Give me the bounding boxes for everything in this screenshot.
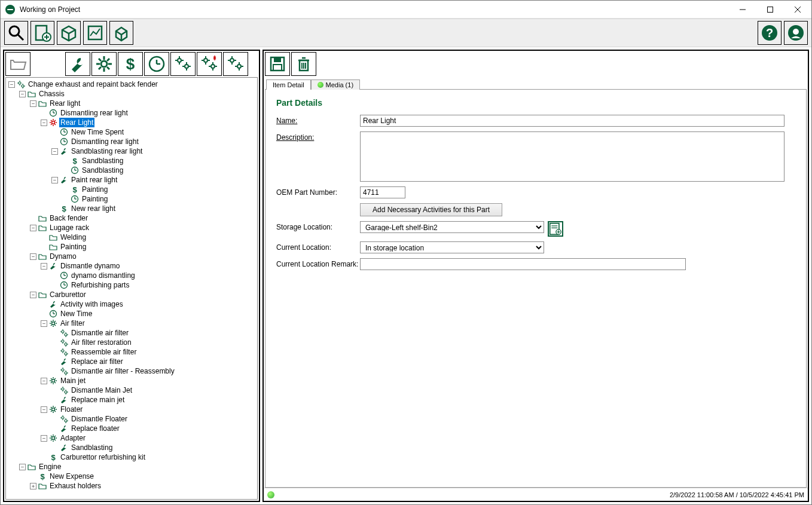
search-button[interactable] [4, 21, 28, 45]
save-button[interactable] [265, 52, 290, 76]
gears-icon [59, 338, 69, 347]
new-doc-button[interactable] [30, 21, 54, 45]
storage-location-select[interactable]: Garage-Left shelf-Bin2 [360, 221, 544, 233]
expander-icon[interactable]: − [19, 464, 26, 470]
tab-item-detail[interactable]: Item Detail [266, 79, 311, 90]
name-field[interactable] [360, 115, 784, 127]
wrench-icon [59, 443, 69, 452]
gears-icon [59, 328, 69, 338]
tree-item[interactable]: Dismantle Floater [70, 414, 129, 424]
expander-icon[interactable]: − [30, 292, 36, 298]
tree-item[interactable]: Painting [81, 194, 109, 204]
tree-item[interactable]: Dismantle dynamo [59, 261, 121, 271]
tree-item-selected[interactable]: Rear Light [59, 118, 94, 127]
tree-item[interactable]: Sandblasting [81, 156, 124, 166]
tree-item[interactable]: Sandblasting rear light [70, 146, 144, 156]
tree-item[interactable]: Main jet [59, 376, 87, 385]
tree-item[interactable]: Painting [81, 185, 109, 194]
add-activity-button[interactable] [65, 52, 90, 76]
expander-icon[interactable]: − [41, 120, 47, 126]
tree-item[interactable]: Refurbishing parts [70, 280, 130, 290]
current-location-select[interactable]: In storage location [360, 241, 544, 253]
current-remark-field[interactable] [360, 258, 686, 270]
content-area: −Change exhaust and repaint back fender … [1, 47, 811, 504]
expander-icon[interactable]: − [41, 435, 47, 442]
tree-item[interactable]: Air filter [59, 319, 86, 328]
expander-icon[interactable]: − [41, 263, 47, 270]
open-folder-button[interactable] [5, 52, 30, 76]
tree-item[interactable]: Sandblasting [81, 166, 124, 175]
maximize-button[interactable] [756, 1, 784, 19]
project-tree[interactable]: −Change exhaust and repaint back fender … [6, 78, 257, 492]
expander-icon[interactable]: − [30, 225, 36, 231]
tree-panel: −Change exhaust and repaint back fender … [3, 50, 260, 502]
tree-item[interactable]: Engine [38, 462, 62, 472]
tree-item[interactable]: Activity with images [59, 299, 124, 309]
tree-item[interactable]: New rear light [70, 204, 117, 213]
tree-item[interactable]: Dynamo [48, 252, 78, 261]
package-button[interactable] [57, 21, 81, 45]
oem-field[interactable] [360, 186, 405, 198]
tree-item[interactable]: Adapter [59, 433, 87, 443]
tree-item[interactable]: Lugage rack [48, 223, 90, 232]
add-location-button[interactable] [548, 221, 563, 237]
tree-item[interactable]: Dismantling rear light [59, 108, 129, 118]
tree-item[interactable]: Carburettor [48, 290, 87, 299]
tree-item[interactable]: Reassemble air filter [70, 347, 138, 357]
tree-item[interactable]: Dismantle Main Jet [70, 385, 133, 395]
minimize-button[interactable] [729, 1, 756, 19]
expander-icon[interactable]: − [41, 406, 47, 413]
add-activities-button[interactable]: Add Necessary Activities for this Part [360, 203, 502, 216]
tree-item[interactable]: Dismantle air filter [70, 328, 130, 338]
add-part-button[interactable] [91, 52, 117, 76]
add-subassembly-button[interactable] [223, 52, 248, 76]
tree-item[interactable]: Sandblasting [70, 443, 114, 452]
add-assembly-button[interactable] [170, 52, 196, 76]
tree-item[interactable]: New Expense [48, 472, 95, 481]
tab-media[interactable]: Media (1) [311, 79, 360, 90]
expander-icon[interactable]: − [30, 100, 36, 107]
tree-item[interactable]: New Time Spent [70, 127, 125, 137]
add-time-button[interactable] [144, 52, 169, 76]
expander-icon[interactable]: − [51, 177, 58, 183]
support-button[interactable] [784, 21, 808, 45]
expander-icon[interactable]: − [41, 378, 47, 384]
tree-item[interactable]: Carburettor refurbishing kit [59, 452, 146, 462]
dollar-icon [70, 156, 80, 166]
expander-icon[interactable]: − [51, 148, 58, 155]
tree-item[interactable]: dynamo dismantling [70, 271, 136, 280]
description-field[interactable] [360, 131, 784, 182]
help-button[interactable] [758, 21, 782, 45]
project-tree-scroll[interactable]: −Change exhaust and repaint back fender … [6, 78, 257, 499]
tree-item[interactable]: Replace floater [70, 424, 121, 433]
expander-icon[interactable]: + [30, 483, 36, 489]
tree-item[interactable]: Replace air filter [70, 357, 124, 366]
tree-item[interactable]: Replace main jet [70, 395, 126, 405]
export-button[interactable] [109, 21, 133, 45]
tree-item[interactable]: Chassis [38, 89, 66, 99]
expander-icon[interactable]: − [19, 91, 26, 97]
expander-icon[interactable]: − [41, 320, 47, 327]
expander-icon[interactable]: − [30, 253, 36, 260]
tree-item[interactable]: Dismantle air filter - Reassembly [70, 366, 176, 376]
tree-item[interactable]: Back fender [48, 213, 89, 223]
tree-item[interactable]: Change exhaust and repaint back fender [27, 79, 159, 89]
tree-item[interactable]: New Time [59, 309, 93, 319]
expander-icon[interactable]: − [8, 81, 15, 88]
report-button[interactable] [83, 21, 107, 45]
wrench-icon [59, 357, 69, 366]
dollar-icon [70, 185, 80, 194]
tree-item[interactable]: Painting [59, 242, 87, 252]
tree-item[interactable]: Welding [59, 232, 87, 242]
add-expense-button[interactable] [118, 52, 143, 76]
tree-item[interactable]: Paint rear light [70, 175, 118, 185]
tree-item[interactable]: Air filter restoration [70, 338, 133, 347]
close-button[interactable] [784, 1, 811, 19]
tree-item[interactable]: Exhaust holders [48, 481, 102, 491]
tree-item[interactable]: Dismantling rear light [70, 137, 140, 146]
main-toolbar [1, 19, 811, 47]
tree-item[interactable]: Floater [59, 405, 84, 414]
delete-button[interactable] [291, 52, 316, 76]
add-new-assembly-button[interactable] [197, 52, 222, 76]
tree-item[interactable]: Rear light [48, 99, 81, 108]
